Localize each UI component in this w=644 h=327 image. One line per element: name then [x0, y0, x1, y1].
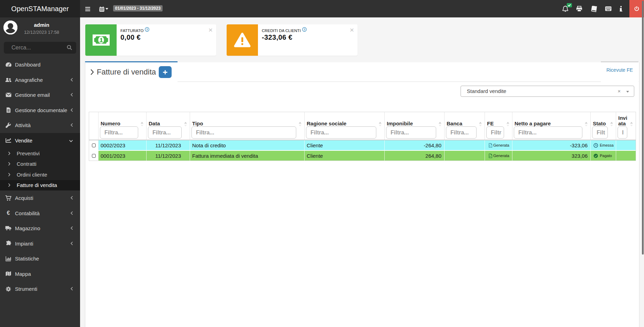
svg-text:?: ? — [304, 28, 305, 31]
svg-text:€: € — [7, 210, 10, 216]
svg-text:?: ? — [146, 28, 148, 31]
